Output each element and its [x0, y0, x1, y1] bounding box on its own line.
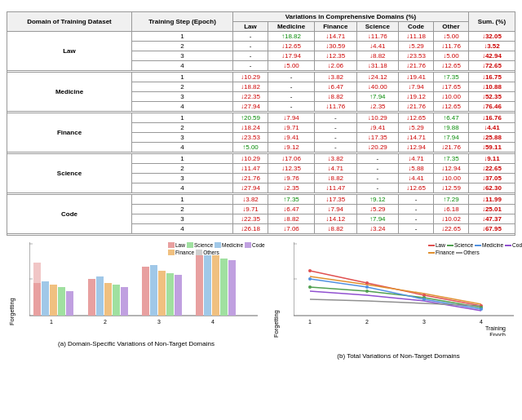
left-chart-container: Forgetting Law Science Medicine Code Fin…	[7, 242, 266, 360]
data-cell: ↓32.05	[468, 32, 515, 42]
right-chart-legend: Law Science Medicine Code Finance Others	[428, 242, 522, 255]
data-cell: ↓10.29	[233, 73, 268, 82]
data-cell: ↓3.82	[315, 73, 357, 82]
data-cell: ↓24.12	[356, 73, 399, 82]
data-cell: ↓3.82	[233, 195, 268, 205]
data-cell: ↓9.12	[268, 143, 314, 153]
data-cell: ↓22.35	[233, 92, 268, 102]
data-cell: ↓4.71	[399, 154, 434, 164]
col-step: Training Step (Epoch)	[131, 12, 232, 32]
data-cell: ↓21.76	[399, 61, 434, 71]
data-cell: ↓5.00	[433, 32, 468, 42]
data-cell: -	[356, 174, 399, 183]
data-cell: ↓17.35	[315, 195, 357, 205]
data-cell: ↓12.94	[399, 143, 434, 153]
data-cell: ↓9.41	[356, 123, 399, 133]
svg-rect-20	[158, 271, 166, 316]
data-cell: ↓21.76	[399, 102, 434, 112]
data-cell: ↓10.88	[468, 82, 515, 92]
data-cell: ↓25.88	[468, 133, 515, 143]
svg-point-51	[422, 298, 426, 301]
data-cell: ↓11.76	[433, 42, 468, 51]
svg-rect-8	[33, 263, 41, 283]
svg-rect-11	[58, 287, 65, 316]
data-cell: ↓19.12	[399, 92, 434, 102]
data-cell: ↓31.18	[356, 61, 399, 71]
data-cell: ↓8.82	[268, 214, 314, 224]
svg-rect-26	[220, 259, 228, 316]
data-cell: ↓12.65	[268, 42, 314, 51]
data-cell: ↓8.82	[356, 51, 399, 61]
data-cell: ↓7.94	[315, 205, 357, 214]
data-cell: ↓5.29	[356, 205, 399, 214]
data-cell: ↓37.05	[468, 174, 515, 183]
data-cell: ↓12.94	[433, 164, 468, 174]
data-cell: ↓7.94	[399, 82, 434, 92]
data-cell: ↓5.29	[399, 42, 434, 51]
data-cell: ↑7.94	[433, 133, 468, 143]
data-cell: -	[399, 214, 434, 224]
step-cell: 2	[131, 82, 232, 92]
right-chart-container: Forgetting Law Science Medicine Code Fin…	[271, 242, 522, 360]
data-cell: -	[356, 183, 399, 193]
step-cell: 2	[131, 205, 232, 214]
svg-text:Epoch: Epoch	[489, 332, 506, 336]
data-cell: ↓17.35	[356, 133, 399, 143]
step-cell: 2	[131, 123, 232, 133]
step-cell: 3	[131, 133, 232, 143]
data-cell: -	[399, 205, 434, 214]
svg-point-49	[308, 277, 312, 281]
data-cell: ↓6.18	[433, 205, 468, 214]
data-cell: ↑20.59	[233, 113, 268, 123]
main-table: Domain of Training Dataset Training Step…	[7, 11, 515, 236]
data-cell: ↓8.82	[315, 174, 357, 183]
data-cell: ↓76.46	[468, 102, 515, 112]
svg-point-52	[480, 307, 483, 311]
data-cell: -	[268, 82, 314, 92]
svg-rect-25	[212, 254, 219, 316]
data-cell: ↓40.00	[356, 82, 399, 92]
data-cell: -	[268, 73, 314, 82]
data-cell: ↓67.95	[468, 224, 515, 234]
step-cell: 1	[131, 73, 232, 82]
domain-cell: Science	[7, 154, 132, 193]
step-cell: 2	[131, 42, 232, 51]
data-cell: ↓12.35	[315, 51, 357, 61]
data-cell: ↓12.65	[433, 102, 468, 112]
svg-rect-27	[228, 260, 236, 316]
svg-point-46	[365, 290, 369, 293]
data-cell: ↓18.82	[233, 82, 268, 92]
data-cell: -	[315, 113, 357, 123]
data-cell: ↓14.71	[399, 133, 434, 143]
data-cell: -	[315, 133, 357, 143]
data-cell: ↓12.35	[268, 164, 314, 174]
col-sum: Sum. (%)	[468, 12, 515, 32]
data-cell: ↓4.41	[399, 174, 434, 183]
data-cell: ↓11.76	[356, 32, 399, 42]
data-cell: ↓19.41	[399, 73, 434, 82]
svg-rect-23	[196, 252, 203, 316]
data-cell: ↓23.53	[399, 51, 434, 61]
data-cell: ↓27.94	[233, 102, 268, 112]
svg-text:3: 3	[157, 319, 161, 324]
svg-text:4: 4	[480, 319, 483, 325]
data-cell: ↓9.71	[233, 205, 268, 214]
step-cell: 4	[131, 183, 232, 193]
data-cell: ↓14.12	[315, 214, 357, 224]
data-cell: -	[315, 123, 357, 133]
data-cell: -	[356, 164, 399, 174]
svg-rect-13	[88, 279, 95, 316]
data-cell: ↓4.41	[468, 123, 515, 133]
data-cell: ↓12.65	[433, 61, 468, 71]
svg-rect-24	[204, 250, 211, 316]
data-cell: -	[233, 42, 268, 51]
svg-text:3: 3	[422, 319, 426, 325]
data-cell: ↓10.00	[433, 174, 468, 183]
data-cell: -	[268, 92, 314, 102]
step-cell: 3	[131, 92, 232, 102]
svg-text:2: 2	[365, 319, 369, 325]
svg-text:4: 4	[211, 319, 215, 324]
data-cell: ↓4.41	[356, 42, 399, 51]
data-cell: ↑7.29	[433, 195, 468, 205]
step-cell: 4	[131, 143, 232, 153]
